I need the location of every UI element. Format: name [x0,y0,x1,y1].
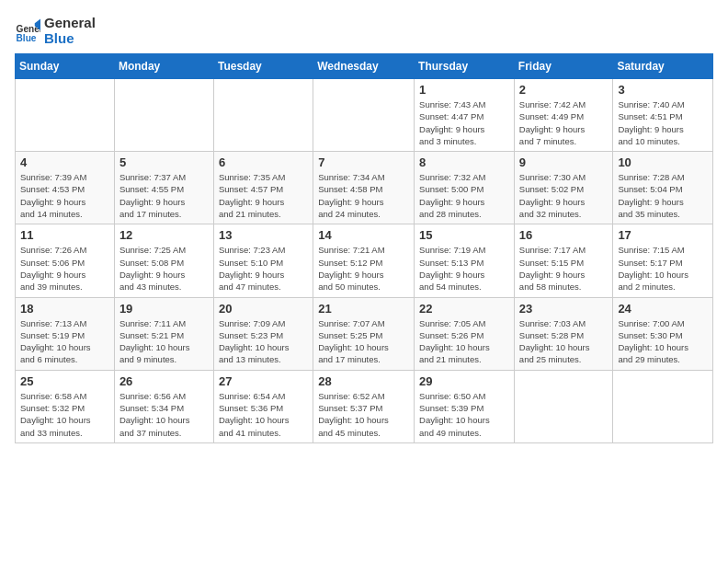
day-number: 25 [20,374,109,388]
day-info: Sunrise: 7:28 AM Sunset: 5:04 PM Dayligh… [618,171,708,220]
calendar-day-cell: 26Sunrise: 6:56 AM Sunset: 5:34 PM Dayli… [114,370,213,442]
calendar-week-row: 4Sunrise: 7:39 AM Sunset: 4:53 PM Daylig… [16,152,713,224]
weekday-header: Saturday [613,54,713,79]
day-info: Sunrise: 7:37 AM Sunset: 4:55 PM Dayligh… [119,171,209,220]
logo-general: General [44,15,96,30]
calendar-day-cell: 7Sunrise: 7:34 AM Sunset: 4:58 PM Daylig… [313,152,415,224]
day-info: Sunrise: 7:17 AM Sunset: 5:15 PM Dayligh… [519,244,609,293]
day-info: Sunrise: 6:58 AM Sunset: 5:32 PM Dayligh… [20,390,109,439]
calendar-day-cell: 3Sunrise: 7:40 AM Sunset: 4:51 PM Daylig… [613,79,713,152]
day-info: Sunrise: 6:56 AM Sunset: 5:34 PM Dayligh… [119,390,209,439]
day-info: Sunrise: 6:54 AM Sunset: 5:36 PM Dayligh… [219,390,308,439]
day-number: 21 [318,302,409,316]
weekday-header: Thursday [415,54,515,79]
day-number: 22 [419,302,509,316]
calendar-day-cell: 24Sunrise: 7:00 AM Sunset: 5:30 PM Dayli… [613,297,713,370]
weekday-header: Monday [114,54,213,79]
day-info: Sunrise: 7:39 AM Sunset: 4:53 PM Dayligh… [20,171,109,220]
logo-blue: Blue [44,30,96,46]
day-info: Sunrise: 7:19 AM Sunset: 5:13 PM Dayligh… [419,244,509,293]
calendar-day-cell: 17Sunrise: 7:15 AM Sunset: 5:17 PM Dayli… [613,224,713,297]
calendar-day-cell: 23Sunrise: 7:03 AM Sunset: 5:28 PM Dayli… [514,297,613,370]
calendar-header-row: SundayMondayTuesdayWednesdayThursdayFrid… [16,54,713,79]
day-number: 16 [519,228,609,242]
day-info: Sunrise: 7:15 AM Sunset: 5:17 PM Dayligh… [618,244,708,293]
day-number: 20 [219,302,308,316]
calendar-day-cell [16,79,115,152]
day-info: Sunrise: 7:11 AM Sunset: 5:21 PM Dayligh… [119,317,209,366]
day-number: 5 [119,155,209,169]
calendar-day-cell: 4Sunrise: 7:39 AM Sunset: 4:53 PM Daylig… [16,152,115,224]
day-info: Sunrise: 7:05 AM Sunset: 5:26 PM Dayligh… [419,317,509,366]
day-info: Sunrise: 7:00 AM Sunset: 5:30 PM Dayligh… [618,317,708,366]
day-info: Sunrise: 7:21 AM Sunset: 5:12 PM Dayligh… [318,244,409,293]
day-info: Sunrise: 7:09 AM Sunset: 5:23 PM Dayligh… [219,317,308,366]
day-number: 18 [20,302,109,316]
logo: General Blue General Blue [15,15,96,46]
calendar-day-cell: 9Sunrise: 7:30 AM Sunset: 5:02 PM Daylig… [514,152,613,224]
calendar-day-cell [114,79,213,152]
calendar-day-cell: 21Sunrise: 7:07 AM Sunset: 5:25 PM Dayli… [313,297,415,370]
day-number: 27 [219,374,308,388]
day-number: 10 [618,155,708,169]
day-number: 29 [419,374,509,388]
day-info: Sunrise: 7:23 AM Sunset: 5:10 PM Dayligh… [219,244,308,293]
calendar-day-cell: 28Sunrise: 6:52 AM Sunset: 5:37 PM Dayli… [313,370,415,442]
calendar-day-cell: 14Sunrise: 7:21 AM Sunset: 5:12 PM Dayli… [313,224,415,297]
calendar-day-cell: 16Sunrise: 7:17 AM Sunset: 5:15 PM Dayli… [514,224,613,297]
calendar-week-row: 11Sunrise: 7:26 AM Sunset: 5:06 PM Dayli… [16,224,713,297]
calendar-day-cell: 10Sunrise: 7:28 AM Sunset: 5:04 PM Dayli… [613,152,713,224]
day-number: 17 [618,228,708,242]
day-info: Sunrise: 6:52 AM Sunset: 5:37 PM Dayligh… [318,390,409,439]
day-number: 1 [419,83,509,97]
day-number: 23 [519,302,609,316]
calendar-day-cell: 11Sunrise: 7:26 AM Sunset: 5:06 PM Dayli… [16,224,115,297]
day-info: Sunrise: 6:50 AM Sunset: 5:39 PM Dayligh… [419,390,509,439]
calendar-day-cell: 15Sunrise: 7:19 AM Sunset: 5:13 PM Dayli… [415,224,515,297]
day-number: 14 [318,228,409,242]
day-number: 15 [419,228,509,242]
day-number: 9 [519,155,609,169]
day-info: Sunrise: 7:35 AM Sunset: 4:57 PM Dayligh… [219,171,308,220]
calendar-day-cell: 19Sunrise: 7:11 AM Sunset: 5:21 PM Dayli… [114,297,213,370]
calendar-day-cell: 12Sunrise: 7:25 AM Sunset: 5:08 PM Dayli… [114,224,213,297]
day-number: 13 [219,228,308,242]
calendar-day-cell [313,79,415,152]
weekday-header: Wednesday [313,54,415,79]
weekday-header: Friday [514,54,613,79]
day-info: Sunrise: 7:07 AM Sunset: 5:25 PM Dayligh… [318,317,409,366]
calendar-day-cell [514,370,613,442]
weekday-header: Tuesday [213,54,313,79]
day-number: 4 [20,155,109,169]
calendar-day-cell: 5Sunrise: 7:37 AM Sunset: 4:55 PM Daylig… [114,152,213,224]
day-number: 19 [119,302,209,316]
calendar-day-cell: 13Sunrise: 7:23 AM Sunset: 5:10 PM Dayli… [213,224,313,297]
day-info: Sunrise: 7:40 AM Sunset: 4:51 PM Dayligh… [618,98,708,147]
page-header: General Blue General Blue [15,15,713,46]
calendar-day-cell: 2Sunrise: 7:42 AM Sunset: 4:49 PM Daylig… [514,79,613,152]
calendar-day-cell: 25Sunrise: 6:58 AM Sunset: 5:32 PM Dayli… [16,370,115,442]
day-info: Sunrise: 7:13 AM Sunset: 5:19 PM Dayligh… [20,317,109,366]
day-number: 11 [20,228,109,242]
day-info: Sunrise: 7:42 AM Sunset: 4:49 PM Dayligh… [519,98,609,147]
day-info: Sunrise: 7:43 AM Sunset: 4:47 PM Dayligh… [419,98,509,147]
day-number: 28 [318,374,409,388]
calendar-day-cell: 27Sunrise: 6:54 AM Sunset: 5:36 PM Dayli… [213,370,313,442]
calendar-day-cell: 8Sunrise: 7:32 AM Sunset: 5:00 PM Daylig… [415,152,515,224]
day-number: 7 [318,155,409,169]
calendar-week-row: 1Sunrise: 7:43 AM Sunset: 4:47 PM Daylig… [16,79,713,152]
day-info: Sunrise: 7:32 AM Sunset: 5:00 PM Dayligh… [419,171,509,220]
calendar-day-cell: 1Sunrise: 7:43 AM Sunset: 4:47 PM Daylig… [415,79,515,152]
day-info: Sunrise: 7:34 AM Sunset: 4:58 PM Dayligh… [318,171,409,220]
calendar-day-cell: 20Sunrise: 7:09 AM Sunset: 5:23 PM Dayli… [213,297,313,370]
calendar-day-cell: 6Sunrise: 7:35 AM Sunset: 4:57 PM Daylig… [213,152,313,224]
day-number: 3 [618,83,708,97]
calendar-body: 1Sunrise: 7:43 AM Sunset: 4:47 PM Daylig… [16,79,713,443]
calendar-week-row: 18Sunrise: 7:13 AM Sunset: 5:19 PM Dayli… [16,297,713,370]
calendar-day-cell: 18Sunrise: 7:13 AM Sunset: 5:19 PM Dayli… [16,297,115,370]
calendar-day-cell: 22Sunrise: 7:05 AM Sunset: 5:26 PM Dayli… [415,297,515,370]
day-number: 8 [419,155,509,169]
day-info: Sunrise: 7:03 AM Sunset: 5:28 PM Dayligh… [519,317,609,366]
day-number: 26 [119,374,209,388]
day-number: 12 [119,228,209,242]
